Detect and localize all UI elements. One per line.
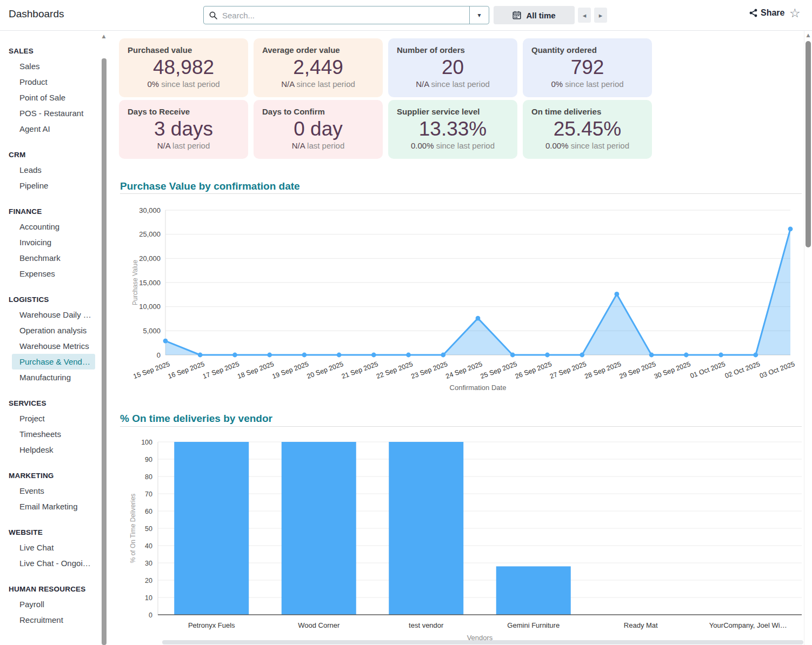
- chart-horizontal-scrollbar[interactable]: [162, 640, 803, 644]
- sidebar-section-header: FINANCE: [0, 203, 108, 219]
- svg-text:YourCompany, Joel Wi…: YourCompany, Joel Wi…: [709, 621, 787, 629]
- search-icon: [204, 11, 222, 20]
- svg-text:21 Sep 2025: 21 Sep 2025: [341, 360, 379, 380]
- sidebar-item-recruitment[interactable]: Recruitment: [12, 612, 95, 628]
- sidebar-sections: SALESSalesProductPoint of SalePOS - Rest…: [0, 43, 108, 628]
- sidebar-item-operation-analysis[interactable]: Operation analysis: [12, 322, 95, 338]
- sidebar-section-header: SERVICES: [0, 395, 108, 411]
- kpi-comparison: 0.00% since last period: [531, 141, 643, 150]
- sidebar-section: HUMAN RESOURCESPayrollRecruitment: [0, 581, 108, 628]
- top-header: Dashboards ▾ All time ◂ ▸ Share ☆: [0, 0, 812, 31]
- svg-text:17 Sep 2025: 17 Sep 2025: [202, 360, 240, 380]
- sidebar-section: CRMLeadsPipeline: [0, 146, 108, 193]
- sidebar-item-live-chat-ongoi[interactable]: Live Chat - Ongoi…: [12, 555, 95, 571]
- sidebar-item-expenses[interactable]: Expenses: [12, 266, 95, 281]
- sidebar-item-warehouse-daily[interactable]: Warehouse Daily …: [12, 307, 95, 322]
- svg-text:0: 0: [149, 612, 152, 619]
- kpi-card: Days to Confirm0 dayN/A last period: [254, 100, 383, 159]
- kpi-title: Days to Confirm: [262, 107, 374, 116]
- svg-text:80: 80: [145, 473, 152, 481]
- favorite-star-icon[interactable]: ☆: [789, 6, 801, 20]
- sidebar-item-helpdesk[interactable]: Helpdesk: [12, 442, 95, 458]
- sidebar-item-agent-ai[interactable]: Agent AI: [12, 121, 95, 137]
- kpi-comparison: 0.00% since last period: [397, 141, 509, 150]
- svg-text:16 Sep 2025: 16 Sep 2025: [167, 360, 205, 380]
- kpi-comparison: 0% since last period: [128, 79, 239, 89]
- sidebar-section-header: LOGISTICS: [0, 291, 108, 307]
- kpi-title: Average order value: [262, 45, 374, 55]
- chevron-left-icon: ◂: [583, 11, 587, 19]
- svg-text:70: 70: [145, 491, 152, 498]
- sidebar-section-header: WEBSITE: [0, 524, 108, 540]
- svg-text:40: 40: [145, 542, 152, 550]
- next-period-button[interactable]: ▸: [594, 8, 607, 23]
- sidebar-item-accounting[interactable]: Accounting: [12, 219, 95, 234]
- kpi-card: Average order value2,449N/A since last p…: [254, 38, 383, 97]
- svg-text:15,000: 15,000: [139, 279, 161, 287]
- svg-text:Ready Mat: Ready Mat: [624, 621, 658, 629]
- svg-text:test vendor: test vendor: [409, 621, 444, 629]
- svg-text:0: 0: [157, 351, 161, 359]
- svg-text:90: 90: [145, 456, 152, 463]
- sidebar-section-header: CRM: [0, 146, 108, 162]
- svg-text:5,000: 5,000: [143, 327, 161, 335]
- sidebar-section: SALESSalesProductPoint of SalePOS - Rest…: [0, 43, 108, 137]
- search-input[interactable]: [222, 11, 469, 20]
- purchase-value-area-chart: 05,00010,00015,00020,00025,00030,00015 S…: [116, 200, 805, 394]
- sidebar-item-sales[interactable]: Sales: [12, 58, 95, 74]
- sidebar-section: LOGISTICSWarehouse Daily …Operation anal…: [0, 291, 108, 385]
- svg-text:30,000: 30,000: [139, 206, 161, 214]
- svg-text:25,000: 25,000: [139, 230, 161, 238]
- sidebar-section: SERVICESProjectTimesheetsHelpdesk: [0, 395, 108, 458]
- sidebar-item-manufacturing[interactable]: Manufacturing: [12, 369, 95, 385]
- kpi-value: 20: [397, 56, 509, 79]
- search-box[interactable]: ▾: [203, 6, 489, 24]
- svg-text:27 Sep 2025: 27 Sep 2025: [549, 360, 587, 380]
- kpi-title: Quantity ordered: [531, 45, 643, 55]
- sidebar-item-email-marketing[interactable]: Email Marketing: [12, 499, 95, 514]
- sidebar-item-pipeline[interactable]: Pipeline: [12, 178, 95, 193]
- page-scroll-up-icon[interactable]: ▲: [805, 32, 811, 38]
- period-filter-label: All time: [526, 11, 555, 20]
- sidebar-item-product[interactable]: Product: [12, 74, 95, 90]
- previous-period-button[interactable]: ◂: [578, 8, 591, 23]
- kpi-value: 25.45%: [531, 118, 643, 140]
- sidebar-item-benchmark[interactable]: Benchmark: [12, 250, 95, 266]
- sidebar-item-warehouse-metrics[interactable]: Warehouse Metrics: [12, 338, 95, 354]
- sidebar-item-point-of-sale[interactable]: Point of Sale: [12, 90, 95, 105]
- kpi-card: Purchased value48,9820% since last perio…: [119, 38, 248, 97]
- line-chart-divider: [120, 193, 802, 194]
- sidebar-item-invoicing[interactable]: Invoicing: [12, 234, 95, 250]
- sidebar-section: MARKETINGEventsEmail Marketing: [0, 467, 108, 514]
- share-button[interactable]: Share: [749, 8, 784, 18]
- kpi-title: Supplier service level: [397, 107, 509, 116]
- kpi-title: On time deliveries: [531, 107, 643, 116]
- kpi-value: 3 days: [128, 118, 239, 140]
- sidebar-item-leads[interactable]: Leads: [12, 162, 95, 178]
- sidebar-item-purchase-vend[interactable]: Purchase & Vend…: [12, 354, 95, 369]
- svg-text:15 Sep 2025: 15 Sep 2025: [132, 360, 171, 380]
- sidebar-section-header: HUMAN RESOURCES: [0, 581, 108, 596]
- kpi-comparison: N/A last period: [262, 141, 374, 150]
- kpi-card: Number of orders20N/A since last period: [388, 38, 517, 97]
- sidebar-item-project[interactable]: Project: [12, 411, 95, 426]
- sidebar-item-payroll[interactable]: Payroll: [12, 596, 95, 612]
- svg-text:20 Sep 2025: 20 Sep 2025: [306, 360, 344, 380]
- search-dropdown-button[interactable]: ▾: [469, 6, 489, 24]
- sidebar-item-timesheets[interactable]: Timesheets: [12, 426, 95, 442]
- kpi-card: On time deliveries25.45%0.00% since last…: [523, 100, 652, 159]
- chevron-right-icon: ▸: [599, 11, 603, 19]
- svg-text:Confirmation Date: Confirmation Date: [450, 384, 507, 392]
- sidebar-scroll-up-icon[interactable]: ▲: [101, 33, 107, 39]
- svg-text:% of On Time Deliveries: % of On Time Deliveries: [129, 494, 137, 563]
- sidebar-item-live-chat[interactable]: Live Chat: [12, 540, 95, 555]
- sidebar-scrollbar[interactable]: [102, 58, 107, 645]
- svg-text:60: 60: [145, 508, 152, 515]
- sidebar-item-events[interactable]: Events: [12, 483, 95, 499]
- period-filter-button[interactable]: All time: [494, 6, 575, 24]
- sidebar-item-pos-restaurant[interactable]: POS - Restaurant: [12, 105, 95, 121]
- line-chart-title: Purchase Value by confirmation date: [120, 180, 300, 192]
- page-scrollbar[interactable]: [806, 41, 811, 247]
- kpi-value: 48,982: [128, 56, 239, 79]
- svg-text:23 Sep 2025: 23 Sep 2025: [410, 360, 448, 380]
